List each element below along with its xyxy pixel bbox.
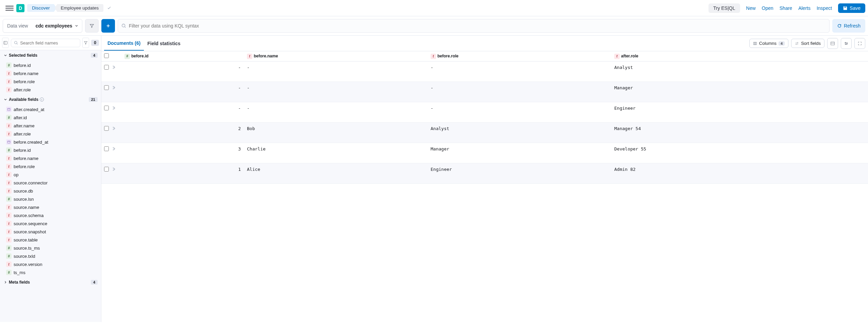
expand-icon[interactable] bbox=[112, 106, 116, 110]
field-item[interactable]: tsource.schema bbox=[0, 211, 101, 219]
fullscreen-button[interactable] bbox=[854, 38, 865, 49]
alerts-link[interactable]: Alerts bbox=[798, 5, 811, 11]
field-item[interactable]: #after.id bbox=[0, 113, 101, 122]
expand-icon[interactable] bbox=[112, 167, 116, 172]
cell-before-role: Engineer bbox=[428, 163, 612, 184]
type-token: t bbox=[6, 131, 12, 137]
field-item[interactable]: tbefore.role bbox=[0, 77, 101, 86]
field-item[interactable]: tsource.snapshot bbox=[0, 228, 101, 236]
filter-settings-button[interactable] bbox=[85, 19, 99, 33]
field-item[interactable]: #source.lsn bbox=[0, 195, 101, 203]
save-button[interactable]: Save bbox=[838, 3, 865, 13]
cell-after-role: Engineer bbox=[612, 102, 868, 123]
selected-fields-header[interactable]: Selected fields 4 bbox=[0, 50, 101, 60]
field-item[interactable]: tsource.table bbox=[0, 236, 101, 244]
field-item[interactable]: tafter.name bbox=[0, 122, 101, 130]
field-item[interactable]: tsource.sequence bbox=[0, 219, 101, 228]
table-row[interactable]: 1 Alice Engineer Admin 82 bbox=[101, 163, 868, 184]
new-link[interactable]: New bbox=[746, 5, 756, 11]
field-item[interactable]: #before.id bbox=[0, 61, 101, 69]
share-link[interactable]: Share bbox=[780, 5, 792, 11]
field-item[interactable]: top bbox=[0, 171, 101, 179]
table-row[interactable]: - - - Manager bbox=[101, 82, 868, 102]
expand-icon[interactable] bbox=[112, 126, 116, 131]
cell-before-id: - bbox=[122, 61, 244, 82]
columns-button[interactable]: Columns 4 bbox=[749, 39, 788, 48]
settings-button[interactable] bbox=[841, 38, 852, 49]
add-filter-button[interactable] bbox=[101, 19, 115, 33]
kql-search[interactable] bbox=[118, 19, 830, 33]
field-search-input[interactable] bbox=[18, 40, 77, 46]
cell-before-name: - bbox=[244, 82, 428, 102]
nav-toggle-icon[interactable] bbox=[5, 4, 14, 12]
type-token bbox=[6, 139, 12, 145]
field-item[interactable]: tsource.connector bbox=[0, 179, 101, 187]
field-item[interactable]: after.created_at bbox=[0, 105, 101, 113]
selected-fields-list: #before.idtbefore.nametbefore.roletafter… bbox=[0, 60, 101, 94]
row-checkbox[interactable] bbox=[104, 146, 109, 151]
breadcrumb-discover[interactable]: Discover bbox=[27, 4, 57, 12]
row-checkbox[interactable] bbox=[104, 126, 109, 131]
col-after-role[interactable]: tafter.role bbox=[612, 51, 868, 61]
field-item[interactable]: tsource.name bbox=[0, 203, 101, 211]
kql-input[interactable] bbox=[126, 23, 826, 29]
field-name: source.snapshot bbox=[14, 229, 46, 234]
select-all-checkbox[interactable] bbox=[104, 53, 109, 58]
row-checkbox[interactable] bbox=[104, 106, 109, 110]
col-before-name[interactable]: tbefore.name bbox=[244, 51, 428, 61]
cell-after-role: Manager bbox=[612, 82, 868, 102]
open-link[interactable]: Open bbox=[762, 5, 773, 11]
field-name: source.name bbox=[14, 205, 39, 210]
field-item[interactable]: tbefore.name bbox=[0, 69, 101, 77]
field-item[interactable]: tsource.db bbox=[0, 187, 101, 195]
field-item[interactable]: tbefore.name bbox=[0, 154, 101, 162]
col-before-id[interactable]: #before.id bbox=[122, 51, 244, 61]
field-item[interactable]: tbefore.role bbox=[0, 162, 101, 171]
field-item[interactable]: tsource.version bbox=[0, 260, 101, 268]
try-esql-button[interactable]: Try ES|QL bbox=[708, 3, 740, 13]
table-row[interactable]: 2 Bob Analyst Manager 54 bbox=[101, 123, 868, 143]
row-checkbox[interactable] bbox=[104, 85, 109, 90]
refresh-button[interactable]: Refresh bbox=[832, 19, 865, 33]
tab-field-statistics[interactable]: Field statistics bbox=[144, 37, 184, 50]
available-fields-header[interactable]: Available fields i 21 bbox=[0, 94, 101, 105]
field-search[interactable] bbox=[11, 39, 80, 47]
inspect-link[interactable]: Inspect bbox=[817, 5, 832, 11]
expand-icon[interactable] bbox=[112, 85, 116, 90]
expand-icon[interactable] bbox=[112, 146, 116, 151]
col-before-role[interactable]: tbefore.role bbox=[428, 51, 612, 61]
table-row[interactable]: 3 Charlie Manager Developer 55 bbox=[101, 143, 868, 163]
field-name: after.role bbox=[14, 87, 31, 92]
breadcrumb-current[interactable]: Employee updates bbox=[55, 4, 104, 12]
sort-button[interactable]: Sort fields bbox=[791, 39, 824, 48]
sort-icon bbox=[795, 41, 799, 46]
table-row[interactable]: - - - Engineer bbox=[101, 102, 868, 123]
svg-point-0 bbox=[122, 24, 125, 27]
app-badge[interactable]: D bbox=[16, 4, 24, 12]
dataview-value[interactable]: cdc exmployees bbox=[32, 23, 82, 29]
field-filter-button[interactable] bbox=[82, 38, 89, 48]
svg-rect-7 bbox=[755, 42, 756, 45]
row-checkbox[interactable] bbox=[104, 65, 109, 70]
row-checkbox[interactable] bbox=[104, 167, 109, 172]
cell-after-role: Developer 55 bbox=[612, 143, 868, 163]
field-item[interactable]: tafter.role bbox=[0, 86, 101, 94]
field-item[interactable]: #ts_ms bbox=[0, 268, 101, 276]
cell-before-id: - bbox=[122, 82, 244, 102]
documents-table-wrap[interactable]: #before.id tbefore.name tbefore.role taf… bbox=[101, 51, 868, 322]
field-item[interactable]: #before.id bbox=[0, 146, 101, 154]
expand-icon[interactable] bbox=[112, 65, 116, 70]
field-item[interactable]: before.created_at bbox=[0, 138, 101, 146]
tab-documents[interactable]: Documents (6) bbox=[104, 36, 144, 51]
collapse-sidebar-button[interactable] bbox=[2, 38, 9, 48]
field-name: after.name bbox=[14, 123, 34, 128]
display-options-button[interactable] bbox=[827, 38, 838, 49]
info-icon[interactable]: i bbox=[40, 97, 44, 102]
field-item[interactable]: tafter.role bbox=[0, 130, 101, 138]
field-item[interactable]: #source.ts_ms bbox=[0, 244, 101, 252]
field-item[interactable]: #source.txId bbox=[0, 252, 101, 260]
select-all-header[interactable] bbox=[101, 51, 122, 61]
dataview-selector[interactable]: Data view cdc exmployees bbox=[3, 19, 82, 33]
table-row[interactable]: - - - Analyst bbox=[101, 61, 868, 82]
meta-fields-header[interactable]: Meta fields 4 bbox=[0, 277, 101, 287]
